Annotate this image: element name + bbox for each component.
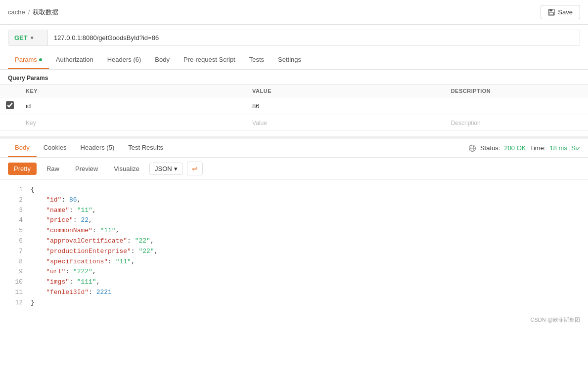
line-num-6: 6 [8, 236, 23, 247]
resp-tab-test-results[interactable]: Test Results [121, 139, 170, 157]
status-value: 200 OK [504, 144, 526, 152]
code-content-6: "approvalCertificate": "22", [31, 236, 580, 247]
tab-headers[interactable]: Headers (6) [100, 51, 148, 69]
tab-tests-label: Tests [249, 56, 264, 63]
row-key-value[interactable]: id [26, 102, 31, 110]
row-checkbox-cell [0, 97, 20, 115]
line-num-1: 1 [8, 185, 23, 195]
globe-icon [468, 144, 476, 152]
line-num-9: 9 [8, 267, 23, 277]
visualize-button[interactable]: Visualize [108, 163, 145, 175]
tab-settings[interactable]: Settings [271, 51, 308, 69]
url-bar: GET ▾ [8, 30, 580, 46]
top-bar: cache / 获取数据 Save [0, 0, 588, 25]
chevron-down-icon: ▾ [31, 35, 33, 41]
code-content-3: "name": "11", [31, 206, 580, 216]
response-status: Status: 200 OK Time: 18 ms Siz [468, 144, 580, 152]
placeholder-value-cell: Value [246, 115, 445, 131]
tab-params-label: Params [15, 56, 37, 63]
tab-body[interactable]: Body [148, 51, 177, 69]
resp-tab-body[interactable]: Body [8, 139, 37, 157]
tab-authorization-label: Authorization [56, 56, 93, 63]
response-tabs-bar: Body Cookies Headers (5) Test Results St… [0, 139, 588, 158]
resp-tab-cookies[interactable]: Cookies [37, 139, 74, 157]
code-line-8: 8 "specifications": "11", [0, 257, 588, 267]
table-row: id 86 [0, 97, 588, 115]
breadcrumb-current: 获取数据 [33, 8, 58, 17]
col-desc-header: DESCRIPTION [445, 85, 588, 97]
table-row-placeholder: Key Value Description [0, 115, 588, 131]
tab-body-label: Body [155, 56, 170, 63]
line-num-4: 4 [8, 215, 23, 226]
row-checkbox[interactable] [6, 101, 14, 109]
url-input[interactable] [48, 30, 580, 45]
resp-tab-headers-label: Headers (5) [81, 144, 115, 151]
code-content-11: "fenlei3Id": 2221 [31, 288, 580, 298]
code-line-6: 6 "approvalCertificate": "22", [0, 236, 588, 247]
resp-tab-headers[interactable]: Headers (5) [74, 139, 122, 157]
response-section: Body Cookies Headers (5) Test Results St… [0, 136, 588, 313]
footer: CSDN @欧菲斯集团 [0, 313, 588, 327]
code-content-12: } [31, 298, 580, 308]
chevron-down-icon: ▾ [174, 165, 178, 172]
tab-headers-label: Headers (6) [107, 56, 141, 63]
row-key-cell: id [20, 97, 246, 115]
time-label: Time: [530, 144, 546, 152]
code-content-7: "productionEnterprise": "22", [31, 247, 580, 257]
request-tabs: Params Authorization Headers (6) Body Pr… [0, 51, 588, 70]
wrap-button[interactable]: ⇌ [187, 162, 203, 175]
wrap-icon: ⇌ [192, 165, 198, 172]
code-line-1: 1 { [0, 185, 588, 195]
raw-button[interactable]: Raw [41, 163, 65, 175]
resp-tab-cookies-label: Cookies [44, 144, 67, 151]
row-param-value[interactable]: 86 [252, 102, 259, 110]
save-label: Save [558, 8, 573, 16]
code-line-5: 5 "commonName": "11", [0, 226, 588, 236]
row-desc-cell [445, 97, 588, 115]
response-tabs: Body Cookies Headers (5) Test Results [8, 139, 170, 157]
time-value: 18 ms [550, 144, 567, 152]
col-check [0, 85, 20, 97]
placeholder-desc-cell: Description [445, 115, 588, 131]
footer-credit: CSDN @欧菲斯集团 [531, 317, 580, 323]
format-selector[interactable]: JSON ▾ [149, 163, 183, 175]
placeholder-value[interactable]: Value [252, 120, 267, 126]
format-selected: JSON [155, 165, 172, 172]
tab-tests[interactable]: Tests [242, 51, 271, 69]
tab-settings-label: Settings [278, 56, 301, 63]
placeholder-desc[interactable]: Description [451, 120, 481, 126]
code-area: 1 { 2 "id": 86, 3 "name": "11", 4 "price… [0, 180, 588, 313]
save-button[interactable]: Save [541, 5, 580, 19]
col-value-header: VALUE [246, 85, 445, 97]
line-num-7: 7 [8, 247, 23, 257]
pretty-button[interactable]: Pretty [8, 163, 37, 175]
resp-tab-test-results-label: Test Results [128, 144, 163, 151]
col-key-header: KEY [20, 85, 246, 97]
code-line-2: 2 "id": 86, [0, 195, 588, 206]
line-num-12: 12 [8, 298, 23, 308]
code-line-11: 11 "fenlei3Id": 2221 [0, 288, 588, 298]
line-num-5: 5 [8, 226, 23, 236]
code-line-10: 10 "imgs": "111", [0, 277, 588, 288]
tab-authorization[interactable]: Authorization [49, 51, 100, 69]
line-num-2: 2 [8, 195, 23, 206]
code-content-9: "url": "222", [31, 267, 580, 277]
format-bar: Pretty Raw Preview Visualize JSON ▾ ⇌ [0, 158, 588, 180]
placeholder-key-cell: Key [20, 115, 246, 131]
code-line-9: 9 "url": "222", [0, 267, 588, 277]
preview-button[interactable]: Preview [69, 163, 104, 175]
method-selector[interactable]: GET ▾ [8, 30, 48, 45]
params-dot [39, 58, 42, 61]
method-label: GET [14, 34, 28, 42]
tab-params[interactable]: Params [8, 51, 49, 69]
code-content-2: "id": 86, [31, 195, 580, 206]
code-content-5: "commonName": "11", [31, 226, 580, 236]
placeholder-key[interactable]: Key [26, 120, 36, 126]
row-value-cell: 86 [246, 97, 445, 115]
line-num-10: 10 [8, 277, 23, 288]
tab-pre-request-label: Pre-request Script [183, 56, 235, 63]
save-icon [548, 9, 555, 16]
status-label: Status: [480, 144, 500, 152]
tab-pre-request[interactable]: Pre-request Script [177, 51, 242, 69]
breadcrumb-parent[interactable]: cache [8, 8, 25, 16]
